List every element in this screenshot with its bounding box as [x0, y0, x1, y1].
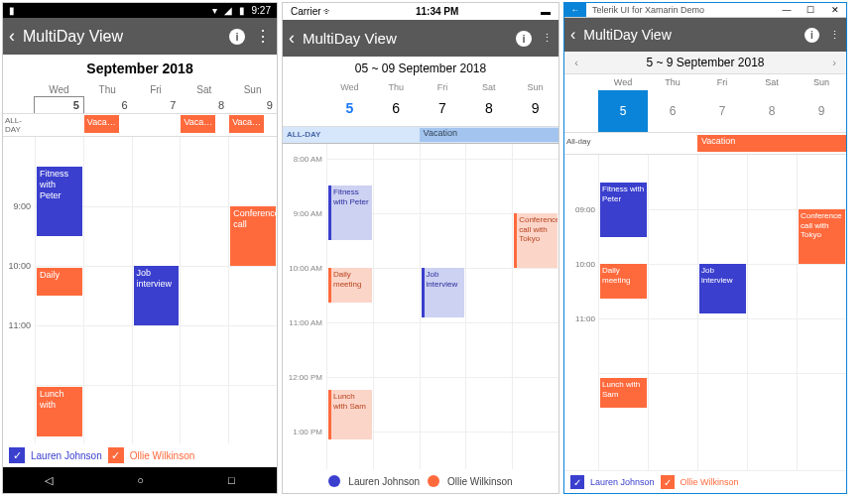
info-icon[interactable]: i [516, 31, 532, 47]
close-icon[interactable]: ✕ [824, 5, 846, 15]
date-cell[interactable]: 7 [420, 94, 466, 126]
clock: 9:27 [252, 5, 271, 16]
date-cell[interactable]: 6 [373, 94, 420, 126]
legend-dot[interactable] [328, 475, 340, 487]
weekday: Thu [83, 82, 132, 97]
allday-event[interactable]: Vacation [697, 135, 846, 152]
event-lunch[interactable]: Lunch with Sam [328, 390, 372, 439]
event-lunch[interactable]: Lunch with [37, 387, 82, 436]
window-titlebar: ← Telerik UI for Xamarin Demo — ☐ ✕ [564, 3, 846, 18]
legend-checkbox[interactable]: ✓ [661, 475, 675, 489]
date-cell[interactable]: 7 [132, 97, 181, 113]
back-icon[interactable]: ‹ [570, 26, 575, 44]
event-conference[interactable]: Conference call with Tokyo [799, 209, 845, 264]
time-grid[interactable]: 8:00 AM 9:00 AM 10:00 AM 11:00 AM 12:00 … [283, 144, 558, 469]
time-label: 8:00 AM [294, 155, 322, 164]
time-label: 10:00 [575, 260, 595, 269]
weekday: Wed [35, 82, 83, 97]
weekday: Wed [326, 80, 373, 94]
date-cell[interactable]: 8 [180, 97, 228, 113]
nav-back-icon[interactable]: ◁ [45, 474, 53, 487]
date-cell-selected[interactable]: 5 [35, 97, 83, 113]
event-daily[interactable]: Daily meeting [600, 264, 647, 299]
weekday: Sun [797, 74, 846, 90]
date-range: 5 ~ 9 September 2018 [588, 52, 822, 73]
date-range: 05 ~ 09 September 2018 [283, 57, 558, 80]
back-icon[interactable]: ‹ [9, 26, 15, 47]
android-status-bar: ▮ ▾ ◢ ▮ 9:27 [3, 3, 277, 18]
legend-name: Lauren Johnson [31, 450, 102, 461]
page-title: MultiDay View [303, 30, 516, 47]
nav-home-icon[interactable]: ○ [137, 474, 144, 486]
maximize-icon[interactable]: ☐ [800, 5, 821, 15]
date-cell[interactable]: 8 [747, 90, 797, 132]
date-cell[interactable]: 6 [83, 97, 132, 113]
legend-checkbox[interactable]: ✓ [108, 447, 124, 463]
allday-row: All-day Vacation [564, 133, 846, 155]
info-icon[interactable]: i [229, 29, 245, 45]
event-lunch[interactable]: Lunch with Sam [600, 378, 647, 408]
time-label: 9:00 AM [294, 209, 322, 218]
allday-label: All-day [564, 133, 598, 154]
ios-device: Carrier ᯤ 11:34 PM ▬ ‹ MultiDay View i ⋮… [282, 2, 559, 494]
back-icon[interactable]: ‹ [289, 28, 295, 49]
event-daily[interactable]: Daily meeting [328, 268, 372, 303]
legend-dot[interactable] [428, 475, 439, 487]
overflow-menu-icon[interactable]: ⋮ [829, 29, 840, 42]
app-header: ‹ MultiDay View i ⋮ [283, 20, 558, 57]
info-icon[interactable]: i [805, 28, 819, 43]
event-conference[interactable]: Conference call with Tokyo [514, 213, 558, 268]
event-conference[interactable]: Conference call [230, 206, 276, 266]
event-fitness[interactable]: Fitness with Peter [37, 167, 82, 236]
time-label: 9:00 [13, 201, 31, 211]
weekday: Thu [648, 74, 697, 90]
prev-icon[interactable]: ‹ [564, 53, 588, 72]
app-header: ‹ MultiDay View i ⋮ [3, 18, 277, 55]
allday-event[interactable]: Vaca… [181, 115, 215, 133]
allday-event[interactable]: Vaca… [229, 115, 264, 133]
legend-name: Lauren Johnson [348, 476, 420, 487]
legend-checkbox[interactable]: ✓ [9, 447, 25, 463]
date-cell[interactable]: 9 [512, 94, 558, 126]
legend-name: Ollie Wilkinson [681, 477, 739, 487]
weekday: Fri [420, 80, 466, 94]
event-fitness[interactable]: Fitness with Peter [600, 183, 647, 237]
time-label: 11:00 [8, 320, 31, 330]
event-daily[interactable]: Daily [37, 268, 82, 296]
date-cell[interactable]: 8 [465, 94, 512, 126]
date-header: 5 6 7 8 9 [564, 90, 846, 133]
allday-row: ALL-DAY Vaca… Vaca… Vaca… [3, 113, 277, 137]
allday-event[interactable]: Vaca… [84, 115, 119, 133]
date-cell[interactable]: 7 [697, 90, 747, 132]
titlebar-back-icon[interactable]: ← [564, 3, 586, 17]
clock: 11:34 PM [416, 6, 458, 17]
event-job[interactable]: Job interview [134, 266, 180, 325]
overflow-menu-icon[interactable]: ⋮ [255, 27, 271, 46]
date-cell[interactable]: 9 [797, 90, 846, 132]
nav-recent-icon[interactable]: □ [228, 474, 235, 486]
event-fitness[interactable]: Fitness with Peter [328, 186, 372, 240]
event-job[interactable]: Job interview [422, 268, 465, 317]
weekday: Sun [512, 80, 558, 94]
page-title: MultiDay View [583, 27, 805, 43]
legend-name: Lauren Johnson [590, 477, 655, 487]
date-cell-selected[interactable]: 5 [326, 94, 373, 126]
date-cell-selected[interactable]: 5 [598, 90, 648, 132]
date-cell[interactable]: 6 [648, 90, 697, 132]
weekday: Sat [180, 82, 228, 97]
minimize-icon[interactable]: — [776, 5, 798, 15]
time-grid[interactable]: 09:00 10:00 11:00 Fitness with Peter Dai… [564, 155, 846, 470]
window-title: Telerik UI for Xamarin Demo [586, 5, 776, 15]
next-icon[interactable]: › [822, 53, 846, 72]
legend-checkbox[interactable]: ✓ [570, 475, 584, 489]
weekday-header: Wed Thu Fri Sat Sun [564, 74, 846, 90]
allday-event[interactable]: Vacation [420, 128, 558, 142]
date-header: 5 6 7 8 9 [3, 97, 277, 113]
weekday: Sat [747, 74, 797, 90]
event-job[interactable]: Job interview [699, 264, 746, 313]
time-grid[interactable]: 9:00 10:00 11:00 Fitness with Peter Dail… [3, 137, 277, 443]
date-cell[interactable]: 9 [228, 97, 277, 113]
notification-icon: ▮ [9, 5, 15, 16]
overflow-menu-icon[interactable]: ⋮ [542, 32, 553, 45]
android-device: ▮ ▾ ◢ ▮ 9:27 ‹ MultiDay View i ⋮ Septemb… [2, 2, 278, 494]
